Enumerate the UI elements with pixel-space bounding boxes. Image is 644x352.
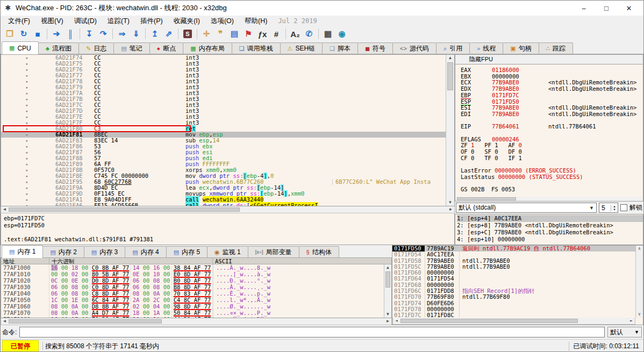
tab-watch1[interactable]: ◉监视 1 [207, 246, 248, 257]
breakpoint-dot[interactable]: ● [1, 155, 52, 161]
register-row[interactable]: CF 0 TF 0 IF 1 [461, 155, 643, 162]
register-row[interactable]: EAX01186000 [461, 67, 643, 74]
breakpoint-dot[interactable]: ● [1, 167, 52, 173]
skip-exceptions-button[interactable]: S [181, 27, 195, 40]
scroll-right-arrow[interactable]: ► [628, 318, 635, 324]
menu-item-file[interactable]: 文件(F) [3, 16, 35, 27]
dump-horizontal-scrollbar[interactable]: ◄ ► [1, 318, 392, 325]
stop-button[interactable]: ■ [31, 27, 45, 40]
memory-row[interactable]: 77AF100016 00 18 00C0 8B AF 7714 00 16 0… [1, 264, 391, 271]
call-argument-row[interactable]: 1: [esp+4] A0C17EEA [457, 215, 643, 222]
tab-memory-map[interactable]: ▦内存布局 [183, 42, 232, 54]
tab-dump2[interactable]: ▤内存 2 [42, 246, 84, 257]
breakpoint-dot[interactable]: ● [1, 84, 52, 90]
menu-item-trace[interactable]: 追踪(T) [102, 16, 135, 27]
scroll-up-arrow[interactable]: ▲ [446, 55, 454, 61]
tab-dump3[interactable]: ▤内存 3 [84, 246, 125, 257]
calling-convention-select[interactable]: 默认 (stdcall) ▼ [456, 203, 597, 213]
execute-till-return-button[interactable]: ⇓ [129, 27, 143, 40]
step-into-button[interactable]: ↧ [82, 27, 96, 40]
bookmarks-button[interactable]: ⚑ [241, 27, 255, 40]
spinner-arrows-icon[interactable]: ▲▼ [611, 205, 618, 211]
functions-button[interactable]: ƒx [255, 27, 269, 40]
attach-device-button[interactable]: ✆ [302, 27, 316, 40]
tab-call-stack[interactable]: ❏调用堆栈 [232, 42, 281, 54]
run-to-user-code-button[interactable]: ⇗ [162, 27, 176, 40]
breakpoint-dot[interactable]: ● [1, 55, 52, 61]
register-row[interactable]: EIP77B64061ntdll.77B64061 [461, 124, 643, 130]
labels-button[interactable]: ▤ [227, 27, 241, 40]
breakpoint-dot[interactable]: ● [1, 143, 52, 149]
breakpoint-dot[interactable]: ● [1, 126, 52, 132]
breakpoint-dot[interactable]: ● [1, 120, 52, 126]
scroll-down-arrow[interactable]: ∨ [636, 311, 643, 318]
minimize-button[interactable]: – [573, 1, 595, 15]
registers-horizontal-scrollbar[interactable] [456, 197, 642, 201]
breakpoint-dot[interactable]: ● [1, 61, 52, 67]
register-row[interactable]: LastStatus 00000000 (STATUS_SUCCESS) [461, 174, 643, 181]
memory-row[interactable]: 77AF101000 00 02 0080 5B AF 770E 00 10 0… [1, 271, 391, 277]
hash-button[interactable]: # [269, 27, 283, 40]
scroll-right-arrow[interactable]: ► [384, 318, 391, 325]
tab-graph[interactable]: ♣流程图 [38, 42, 79, 54]
breakpoint-dot[interactable]: ● [1, 173, 52, 179]
tab-symbols[interactable]: ◼符号 [357, 42, 393, 54]
call-arguments-list[interactable]: 1: [esp+4] A0C17EEA2: [esp+8] 77B9ABE0 <… [455, 214, 643, 245]
run-button[interactable]: ➔ [49, 27, 63, 40]
breakpoint-dot[interactable]: ● [1, 132, 52, 138]
scroll-left-arrow[interactable]: ◄ [1, 206, 8, 213]
scroll-thumb[interactable] [400, 319, 578, 323]
tab-handles[interactable]: ▣句柄 [503, 42, 539, 54]
register-row[interactable]: EDI77B9ABE0<ntdll.DbgUiRemoteBreakin> [461, 111, 643, 118]
breakpoint-dot[interactable]: ● [1, 67, 52, 73]
breakpoint-dot[interactable]: ● [1, 149, 52, 155]
tab-log[interactable]: ✎日志 [78, 42, 114, 54]
breakpoint-dot[interactable]: ● [1, 108, 52, 114]
disasm-row[interactable]: ●6AD21FA6FF15 ACD5566Bcall dword ptr ds:… [1, 203, 446, 206]
breakpoint-dot[interactable]: ● [1, 197, 52, 203]
scroll-thumb[interactable] [457, 197, 516, 200]
memory-row[interactable]: 77AF10200C 00 0E 00D0 8D AF 7706 00 08 0… [1, 277, 391, 284]
menu-item-plugins[interactable]: 插件(P) [135, 16, 168, 27]
breakpoint-dot[interactable]: ● [1, 73, 52, 78]
tab-struct[interactable]: §结构体 [299, 246, 339, 257]
menu-item-options[interactable]: 选项(O) [205, 16, 239, 27]
close-button[interactable]: ✕ [618, 1, 640, 15]
menu-item-favourites[interactable]: 收藏夹(I) [168, 16, 205, 27]
breakpoint-dot[interactable]: ● [1, 114, 52, 120]
stack-horizontal-scrollbar[interactable]: ◄ ► [392, 318, 635, 325]
stack-row[interactable]: 0171FD7077B69F80ntdll.77B69F80 [392, 294, 635, 300]
disasm-horizontal-scrollbar[interactable]: ◄ ► [1, 206, 455, 213]
breakpoint-dot[interactable]: ● [1, 90, 52, 96]
scroll-down-arrow[interactable]: ▼ [446, 199, 454, 206]
disasm-vertical-scrollbar[interactable]: ▲ ▼ [446, 55, 454, 206]
breakpoint-dot[interactable]: ● [1, 191, 52, 197]
restart-button[interactable]: ↻ [17, 27, 31, 40]
breakpoint-dot[interactable]: ● [1, 78, 52, 84]
command-profile-select[interactable]: 默认 ▼ [607, 327, 642, 337]
internet-button[interactable]: ◉ [335, 27, 349, 40]
memory-row[interactable]: 77AF106008 00 0A 00D8 8B AF 7702 00 04 0… [1, 303, 391, 310]
stack-view[interactable]: 0171FD5077B9AC19返回到 ntdll.77B9AC19 自 ntd… [392, 245, 643, 325]
scroll-up-arrow[interactable]: ▲ [384, 264, 391, 271]
preferences-font-button[interactable]: A₂ [288, 27, 302, 40]
breakpoint-dot[interactable]: ● [1, 138, 52, 143]
run-to-selection-button[interactable]: ⇒ [115, 27, 129, 40]
tab-cpu[interactable]: ▦CPU [2, 41, 39, 54]
memory-row[interactable]: 77AF107008 00 0A 00A4 D7 AF 7718 00 1A 0… [1, 310, 391, 316]
scroll-thumb[interactable] [385, 271, 390, 288]
call-argument-row[interactable]: 2: [esp+8] 77B9ABE0 <ntdll.DbgUiRemoteBr… [457, 222, 643, 229]
memory-row[interactable]: 77AF103006 00 08 00C0 8D AF 7706 00 08 0… [1, 284, 391, 290]
registers-list[interactable]: EAX01186000EBX00000000ECX77B9ABE0<ntdll.… [455, 64, 643, 202]
breakpoint-dot[interactable]: ● [1, 185, 52, 191]
tab-dump1[interactable]: ▤内存 1 [2, 245, 43, 258]
tab-script[interactable]: ❏脚本 [322, 42, 358, 54]
breakpoint-dot[interactable]: ● [1, 96, 52, 102]
stack-row[interactable]: 0171FD54A0C17EEA [392, 252, 635, 257]
tab-dump4[interactable]: ▤内存 4 [125, 246, 166, 257]
tab-locals[interactable]: [x=]局部变量 [248, 246, 299, 257]
register-row[interactable]: EBP0171FD7C [461, 92, 643, 99]
scroll-thumb[interactable] [9, 207, 240, 212]
menu-item-debug[interactable]: 调试(D) [69, 16, 102, 27]
breakpoint-dot[interactable]: ● [1, 203, 52, 206]
